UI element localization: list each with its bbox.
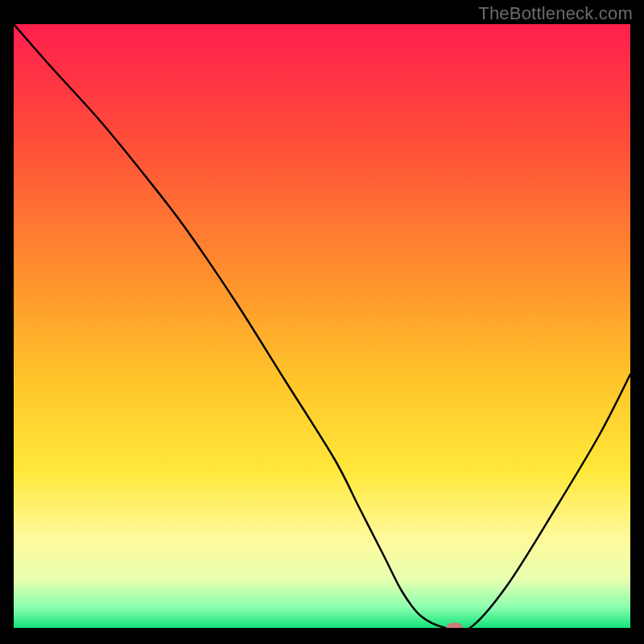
plot-area <box>14 24 630 628</box>
gradient-plot <box>14 24 630 628</box>
chart-frame: TheBottleneck.com <box>0 0 644 644</box>
watermark-text: TheBottleneck.com <box>478 3 633 24</box>
